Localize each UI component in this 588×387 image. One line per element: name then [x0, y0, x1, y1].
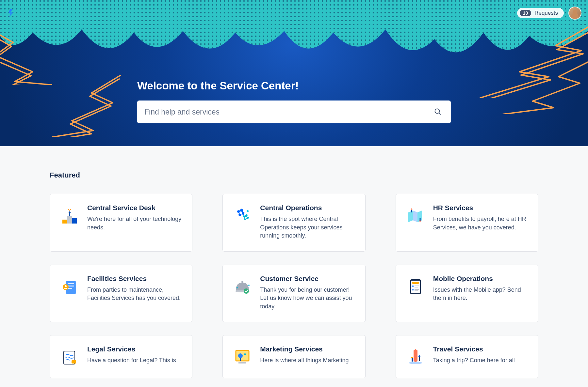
svg-rect-31 — [415, 287, 418, 287]
app-logo[interactable] — [7, 8, 16, 18]
facilities-icon — [60, 277, 79, 296]
hero-banner: 10 Requests Welcome to the Service Cente… — [0, 0, 588, 146]
svg-point-40 — [244, 353, 246, 355]
svg-rect-14 — [419, 218, 420, 221]
card-title: Legal Services — [87, 345, 182, 353]
svg-rect-4 — [67, 216, 72, 224]
card-desc: Taking a trip? Come here for all — [433, 356, 528, 365]
card-desc: This is the spot where Central Operation… — [260, 215, 355, 240]
requests-label: Requests — [534, 10, 558, 16]
svg-point-8 — [239, 211, 242, 214]
card-title: Marketing Services — [260, 345, 355, 353]
legal-icon — [60, 347, 79, 367]
card-desc: We're here for all of your technology ne… — [87, 215, 182, 232]
card-travel-services[interactable]: Travel Services Taking a trip? Come here… — [396, 335, 538, 378]
svg-rect-34 — [415, 290, 418, 291]
requests-button[interactable]: 10 Requests — [517, 8, 564, 18]
card-title: Travel Services — [433, 345, 528, 353]
svg-rect-46 — [419, 357, 420, 361]
svg-point-25 — [248, 285, 250, 286]
svg-rect-44 — [412, 358, 413, 362]
svg-point-22 — [241, 281, 243, 283]
featured-grid: Central Service Desk We're here for all … — [50, 194, 538, 378]
svg-rect-33 — [415, 289, 419, 290]
svg-rect-16 — [68, 283, 74, 284]
svg-point-32 — [412, 289, 414, 290]
card-desc: Issues with the Mobile app? Send them in… — [433, 286, 528, 302]
svg-rect-30 — [415, 286, 419, 286]
card-title: Customer Service — [260, 275, 355, 283]
svg-rect-5 — [72, 218, 77, 224]
card-title: Mobile Operations — [433, 275, 528, 283]
svg-rect-12 — [411, 210, 412, 212]
svg-rect-36 — [72, 360, 76, 364]
svg-point-20 — [65, 285, 67, 287]
svg-point-6 — [69, 211, 71, 213]
lightning-icon — [0, 16, 52, 85]
user-avatar[interactable] — [568, 7, 581, 20]
logo-icon — [7, 8, 16, 18]
lightning-icon — [52, 75, 121, 137]
card-central-service-desk[interactable]: Central Service Desk We're here for all … — [50, 194, 192, 252]
card-desc: Have a question for Legal? This is — [87, 356, 182, 365]
search-input[interactable] — [144, 108, 432, 116]
svg-rect-17 — [68, 286, 74, 286]
svg-point-10 — [247, 210, 249, 212]
card-desc: From benefits to payroll, here at HR Ser… — [433, 215, 528, 232]
card-facilities-services[interactable]: Facilities Services From parties to main… — [50, 265, 192, 322]
card-customer-service[interactable]: Customer Service Thank you for being our… — [222, 265, 365, 322]
card-legal-services[interactable]: Legal Services Have a question for Legal… — [50, 335, 192, 378]
card-desc: Here is where all things Marketing — [260, 356, 355, 365]
card-title: HR Services — [433, 204, 528, 212]
card-title: Central Operations — [260, 204, 355, 212]
featured-heading: Featured — [50, 171, 538, 179]
card-desc: Thank you for being our customer! Let us… — [260, 286, 355, 311]
svg-rect-39 — [240, 358, 241, 361]
svg-point-9 — [245, 217, 247, 219]
lightning-icon — [497, 59, 588, 114]
card-title: Facilities Services — [87, 275, 182, 283]
svg-point-24 — [237, 287, 238, 288]
cloche-icon — [233, 277, 252, 296]
podium-icon — [60, 206, 79, 225]
card-mobile-operations[interactable]: Mobile Operations Issues with the Mobile… — [396, 265, 538, 322]
svg-point-11 — [411, 209, 412, 210]
svg-point-29 — [412, 285, 414, 287]
svg-rect-7 — [69, 213, 70, 216]
travel-icon — [406, 347, 425, 367]
search-bar — [137, 101, 451, 123]
svg-line-2 — [439, 113, 441, 114]
card-hr-services[interactable]: HR Services From benefits to payroll, he… — [396, 194, 538, 252]
requests-count-badge: 10 — [520, 10, 531, 16]
page-title: Welcome to the Service Center! — [137, 80, 451, 92]
marketing-icon — [233, 347, 252, 367]
svg-rect-28 — [412, 282, 419, 284]
search-icon — [434, 108, 442, 116]
card-central-operations[interactable]: Central Operations This is the spot wher… — [222, 194, 365, 252]
gears-icon — [233, 206, 252, 225]
svg-point-38 — [238, 353, 243, 358]
search-button[interactable] — [432, 106, 444, 118]
svg-point-1 — [435, 109, 440, 113]
svg-rect-41 — [238, 362, 246, 364]
svg-rect-3 — [62, 220, 67, 224]
card-desc: From parties to maintenance, Facilities … — [87, 286, 182, 302]
card-marketing-services[interactable]: Marketing Services Here is where all thi… — [222, 335, 365, 378]
card-title: Central Service Desk — [87, 204, 182, 212]
hr-icon — [406, 206, 425, 225]
mobile-icon — [406, 277, 425, 296]
